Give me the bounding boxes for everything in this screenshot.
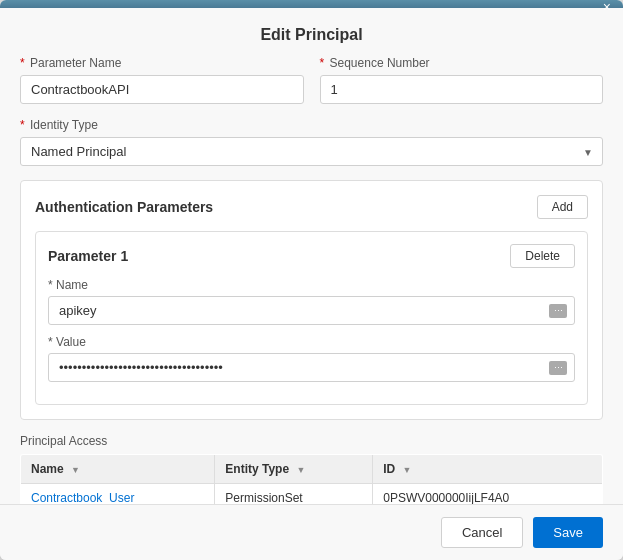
table-cell-name: Contractbook_User [21, 484, 215, 505]
modal: × Edit Principal * Parameter Name * Sequ… [0, 0, 623, 560]
param-block-title: Parameter 1 [48, 248, 128, 264]
identity-type-label: * Identity Type [20, 118, 603, 132]
col-name-header: Name ▼ [21, 455, 215, 484]
table-row: Contractbook_User PermissionSet 0PSWV000… [21, 484, 603, 505]
add-button[interactable]: Add [537, 195, 588, 219]
principal-name-link[interactable]: Contractbook_User [31, 491, 134, 504]
name-input[interactable] [48, 296, 575, 325]
modal-title: Edit Principal [20, 26, 603, 44]
sequence-number-input[interactable] [320, 75, 604, 104]
name-field-label: * Name [48, 278, 575, 292]
table-cell-id: 0PSWV000000IijLF4A0 [373, 484, 603, 505]
principal-access-table: Name ▼ Entity Type ▼ ID ▼ [20, 454, 603, 504]
value-copy-icon[interactable]: ⋯ [549, 361, 567, 375]
col-id-header: ID ▼ [373, 455, 603, 484]
delete-button[interactable]: Delete [510, 244, 575, 268]
parameter-name-input[interactable] [20, 75, 304, 104]
modal-header: Edit Principal [0, 8, 623, 56]
parameter-name-label: * Parameter Name [20, 56, 304, 70]
parameter-name-group: * Parameter Name [20, 56, 304, 104]
value-input[interactable] [48, 353, 575, 382]
modal-footer: Cancel Save [0, 504, 623, 560]
value-input-wrapper: ⋯ [48, 353, 575, 382]
col-entity-sort-icon[interactable]: ▼ [296, 465, 305, 475]
identity-type-select-wrapper: Named Principal ▼ [20, 137, 603, 166]
name-input-wrapper: ⋯ [48, 296, 575, 325]
auth-section-title: Authentication Parameters [35, 199, 213, 215]
name-field-group: * Name ⋯ [48, 278, 575, 325]
col-entity-type-header: Entity Type ▼ [215, 455, 373, 484]
identity-type-group: * Identity Type Named Principal ▼ [20, 118, 603, 166]
cancel-button[interactable]: Cancel [441, 517, 523, 548]
param-block-header: Parameter 1 Delete [48, 244, 575, 268]
modal-body: * Parameter Name * Sequence Number * Ide… [0, 56, 623, 504]
name-copy-icon[interactable]: ⋯ [549, 304, 567, 318]
modal-top-bar: × [0, 0, 623, 8]
value-field-label: * Value [48, 335, 575, 349]
sequence-number-label: * Sequence Number [320, 56, 604, 70]
authentication-parameters-section: Authentication Parameters Add Parameter … [20, 180, 603, 420]
sequence-number-group: * Sequence Number [320, 56, 604, 104]
principal-access-section: Principal Access Name ▼ Entity Type ▼ [20, 434, 603, 504]
close-button[interactable]: × [599, 0, 615, 16]
identity-type-select[interactable]: Named Principal [20, 137, 603, 166]
col-id-sort-icon[interactable]: ▼ [403, 465, 412, 475]
auth-section-header: Authentication Parameters Add [35, 195, 588, 219]
col-name-sort-icon[interactable]: ▼ [71, 465, 80, 475]
parameter-block-1: Parameter 1 Delete * Name ⋯ * [35, 231, 588, 405]
table-cell-entity-type: PermissionSet [215, 484, 373, 505]
principal-access-label: Principal Access [20, 434, 603, 448]
table-header-row: Name ▼ Entity Type ▼ ID ▼ [21, 455, 603, 484]
form-row-1: * Parameter Name * Sequence Number [20, 56, 603, 104]
value-field-group: * Value ⋯ [48, 335, 575, 382]
save-button[interactable]: Save [533, 517, 603, 548]
